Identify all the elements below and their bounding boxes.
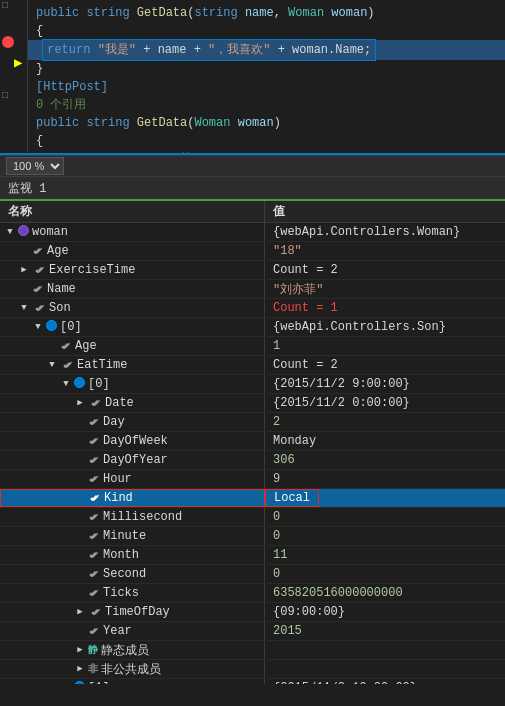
value-cell: 11 — [265, 546, 295, 564]
zoom-select[interactable]: 100 % — [6, 157, 64, 175]
table-row[interactable]: Age "18" — [0, 242, 505, 261]
row-label: 非公共成员 — [101, 661, 161, 678]
debug-arrow: ▶ — [14, 54, 22, 71]
expand-arrow-icon[interactable]: ▶ — [18, 264, 30, 276]
wrench-icon — [86, 529, 100, 543]
value-cell: "刘亦菲" — [265, 280, 331, 298]
value-cell: Monday — [265, 432, 324, 450]
expand-arrow-icon[interactable]: ▼ — [60, 378, 72, 390]
wrench-icon — [88, 605, 102, 619]
expand-arrow-icon[interactable]: ▼ — [32, 321, 44, 333]
value-cell: {webApi.Controllers.Woman} — [265, 223, 468, 241]
value-cell: Count = 1 — [265, 299, 346, 317]
table-row[interactable]: ▼ woman {webApi.Controllers.Woman} — [0, 223, 505, 242]
table-row[interactable]: Kind Local — [0, 489, 505, 508]
value-cell: 0 — [265, 508, 288, 526]
code-line-3: return "我是" + name + "，我喜欢" + woman.Name… — [28, 40, 505, 60]
wrench-icon — [86, 472, 100, 486]
wrench-icon — [32, 301, 46, 315]
table-row[interactable]: ▶ [1] {2015/11/2 19:00:00} — [0, 679, 505, 684]
table-row[interactable]: Name "刘亦菲" — [0, 280, 505, 299]
watch-rows: ▼ woman {webApi.Controllers.Woman} Age "… — [0, 223, 505, 684]
wrench-icon — [58, 339, 72, 353]
value-cell — [265, 660, 281, 678]
name-cell: Age — [0, 242, 265, 260]
expand-arrow-icon[interactable]: ▶ — [74, 606, 86, 618]
table-row[interactable]: ▶ TimeOfDay {09:00:00} — [0, 603, 505, 622]
circle-blue-icon — [74, 377, 85, 392]
breakpoint-icon — [2, 36, 14, 48]
name-cell: Ticks — [0, 584, 265, 602]
expand-arrow-icon[interactable]: ▼ — [46, 359, 58, 371]
table-row[interactable]: Day 2 — [0, 413, 505, 432]
wrench-icon — [88, 396, 102, 410]
expand-arrow-icon[interactable]: ▼ — [18, 302, 30, 314]
table-row[interactable]: ▶ 非 非公共成员 — [0, 660, 505, 679]
expand-arrow-icon[interactable]: ▶ — [60, 682, 72, 684]
wrench-icon — [86, 453, 100, 467]
row-label: DayOfYear — [103, 453, 168, 467]
expand-arrow-icon[interactable]: ▶ — [74, 397, 86, 409]
name-cell: DayOfWeek — [0, 432, 265, 450]
value-cell: 635820516000000000 — [265, 584, 411, 602]
circle-blue-icon — [46, 320, 57, 335]
row-label: Second — [103, 567, 146, 581]
row-label: Kind — [104, 491, 133, 505]
table-row[interactable]: ▼ [0] {2015/11/2 9:00:00} — [0, 375, 505, 394]
table-row[interactable]: Hour 9 — [0, 470, 505, 489]
expand-arrow-icon[interactable]: ▶ — [74, 644, 86, 656]
circle-purple-icon — [18, 225, 29, 240]
table-row[interactable]: ▶ 静 静态成员 — [0, 641, 505, 660]
table-row[interactable]: Second 0 — [0, 565, 505, 584]
table-row[interactable]: DayOfYear 306 — [0, 451, 505, 470]
row-label: TimeOfDay — [105, 605, 170, 619]
code-line-9: return woman.Age + "的" + woman.Name; — [28, 150, 505, 155]
table-row[interactable]: Month 11 — [0, 546, 505, 565]
watch-title: 监视 1 — [8, 180, 46, 197]
watch-header: 监视 1 — [0, 177, 505, 201]
name-cell: ▶ TimeOfDay — [0, 603, 265, 621]
value-cell: Count = 2 — [265, 261, 346, 279]
code-line-5: [HttpPost] — [28, 78, 505, 96]
name-cell: Millisecond — [0, 508, 265, 526]
expand-arrow-icon[interactable]: ▼ — [4, 226, 16, 238]
table-row[interactable]: ▼ Son Count = 1 — [0, 299, 505, 318]
table-row[interactable]: ▶ Date {2015/11/2 0:00:00} — [0, 394, 505, 413]
row-label: [1] — [88, 681, 110, 684]
table-row[interactable]: ▶ ExerciseTime Count = 2 — [0, 261, 505, 280]
value-cell: 306 — [265, 451, 303, 469]
table-row[interactable]: DayOfWeek Monday — [0, 432, 505, 451]
wrench-icon — [86, 548, 100, 562]
name-cell: ▶ 静 静态成员 — [0, 641, 265, 659]
row-label: Day — [103, 415, 125, 429]
wrench-icon — [86, 624, 100, 638]
table-row[interactable]: Age 1 — [0, 337, 505, 356]
row-label: Hour — [103, 472, 132, 486]
table-row[interactable]: Year 2015 — [0, 622, 505, 641]
value-cell: 9 — [265, 470, 288, 488]
row-label: Millisecond — [103, 510, 182, 524]
table-row[interactable]: Ticks 635820516000000000 — [0, 584, 505, 603]
table-row[interactable]: Minute 0 — [0, 527, 505, 546]
row-label: Minute — [103, 529, 146, 543]
name-cell: ▼ [0] — [0, 318, 265, 336]
wrench-icon — [86, 434, 100, 448]
value-cell: {2015/11/2 0:00:00} — [265, 394, 418, 412]
table-row[interactable]: Millisecond 0 — [0, 508, 505, 527]
value-cell: {2015/11/2 9:00:00} — [265, 375, 418, 393]
table-row[interactable]: ▼ EatTime Count = 2 — [0, 356, 505, 375]
value-cell: {09:00:00} — [265, 603, 353, 621]
wrench-icon — [86, 415, 100, 429]
table-row[interactable]: ▼ [0] {webApi.Controllers.Son} — [0, 318, 505, 337]
code-line-2: { — [28, 22, 505, 40]
name-cell: ▼ EatTime — [0, 356, 265, 374]
wrench-icon — [86, 510, 100, 524]
name-cell: ▼ Son — [0, 299, 265, 317]
name-cell: Second — [0, 565, 265, 583]
code-gutter: ▶ □ □ — [0, 0, 28, 153]
expand-arrow-icon[interactable]: ▶ — [74, 663, 86, 675]
value-cell: Count = 2 — [265, 356, 346, 374]
row-label: Date — [105, 396, 134, 410]
row-label: Son — [49, 301, 71, 315]
value-cell: 0 — [265, 565, 288, 583]
